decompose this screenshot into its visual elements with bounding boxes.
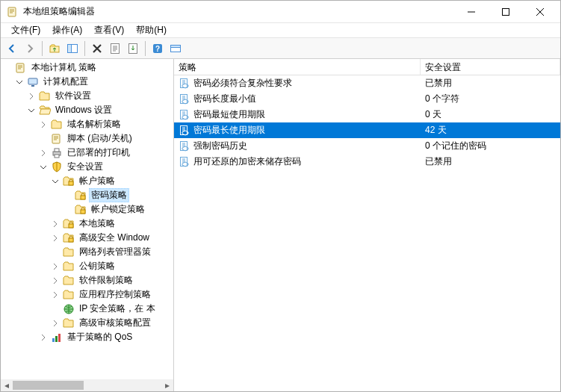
svg-rect-4 bbox=[68, 44, 72, 52]
tree-item-computer-config[interactable]: 计算机配置 bbox=[1, 75, 173, 89]
list-row[interactable]: 密码最长使用期限42 天 bbox=[174, 122, 560, 138]
show-hide-tree-button[interactable] bbox=[64, 40, 81, 57]
app-icon bbox=[7, 6, 19, 18]
toolbar-separator bbox=[145, 41, 146, 56]
tree-item-audit[interactable]: 高级审核策略配置 bbox=[1, 316, 173, 330]
tree-item-password-policy[interactable]: 密码策略 bbox=[1, 188, 173, 202]
svg-rect-16 bbox=[55, 149, 59, 152]
tree-item-scripts[interactable]: 脚本 (启动/关机) bbox=[1, 131, 173, 146]
expand-toggle[interactable] bbox=[40, 164, 50, 171]
svg-rect-19 bbox=[81, 196, 85, 199]
toggle-pane-button[interactable] bbox=[167, 40, 184, 57]
back-button[interactable] bbox=[4, 40, 20, 57]
list-row[interactable]: 强制密码历史0 个记住的密码 bbox=[174, 138, 560, 154]
maximize-button[interactable] bbox=[489, 1, 523, 22]
expand-toggle[interactable] bbox=[52, 220, 62, 228]
policy-setting: 0 天 bbox=[421, 108, 560, 121]
policy-setting: 0 个字符 bbox=[421, 93, 560, 105]
list-pane: 策略 安全设置 密码必须符合复杂性要求已禁用密码长度最小值0 个字符密码最短使用… bbox=[174, 59, 560, 391]
expand-toggle[interactable] bbox=[52, 291, 62, 299]
window-controls bbox=[454, 1, 557, 22]
tree-item-icon bbox=[27, 76, 39, 88]
menu-action[interactable]: 操作(A) bbox=[46, 22, 88, 38]
tree-item-account-policies[interactable]: 帐户策略 bbox=[1, 174, 173, 188]
tree-item-icon bbox=[51, 332, 63, 343]
tree-item-label: 公钥策略 bbox=[77, 259, 117, 273]
scroll-right-button[interactable]: ▸ bbox=[161, 379, 173, 391]
list-row[interactable]: 密码最短使用期限0 天 bbox=[174, 107, 560, 122]
tree-item-srp[interactable]: 软件限制策略 bbox=[1, 273, 173, 287]
expand-toggle[interactable] bbox=[52, 234, 62, 242]
toolbar: ? bbox=[1, 38, 560, 59]
policy-name: 用可还原的加密来储存密码 bbox=[193, 155, 421, 168]
column-header-setting[interactable]: 安全设置 bbox=[421, 59, 560, 75]
column-header-policy[interactable]: 策略 bbox=[174, 59, 421, 75]
policy-item-icon bbox=[179, 156, 190, 168]
svg-rect-21 bbox=[69, 224, 73, 228]
tree-item-security-settings[interactable]: 安全设置 bbox=[1, 160, 173, 174]
list-row[interactable]: 密码长度最小值0 个字符 bbox=[174, 91, 560, 107]
export-button[interactable] bbox=[125, 40, 141, 57]
expand-toggle[interactable] bbox=[52, 277, 62, 284]
tree-item-lockout-policy[interactable]: 帐户锁定策略 bbox=[1, 202, 173, 217]
tree-item-pk-policies[interactable]: 公钥策略 bbox=[1, 259, 173, 273]
expand-toggle[interactable] bbox=[16, 78, 26, 86]
expand-toggle[interactable] bbox=[40, 149, 50, 157]
svg-rect-22 bbox=[69, 238, 73, 242]
tree-item-windows-settings[interactable]: Windows 设置 bbox=[1, 103, 173, 117]
svg-rect-20 bbox=[81, 210, 85, 214]
menu-bar: 文件(F) 操作(A) 查看(V) 帮助(H) bbox=[1, 23, 560, 38]
expand-toggle[interactable] bbox=[52, 263, 62, 270]
policy-name: 密码最长使用期限 bbox=[193, 124, 421, 137]
tree-item-qos[interactable]: 基于策略的 QoS bbox=[1, 330, 173, 344]
expand-toggle[interactable] bbox=[28, 93, 38, 100]
tree-item-icon bbox=[51, 119, 63, 131]
tree-item-dns-policy[interactable]: 域名解析策略 bbox=[1, 117, 173, 131]
tree-item-acp[interactable]: 应用程序控制策略 bbox=[1, 287, 173, 302]
tree-item-label: 本地策略 bbox=[77, 217, 117, 231]
scroll-track[interactable] bbox=[13, 379, 161, 391]
tree-item-label: 帐户锁定策略 bbox=[89, 202, 147, 217]
tree-item-wf-advanced[interactable]: 高级安全 Window bbox=[1, 231, 173, 245]
policy-name: 密码长度最小值 bbox=[193, 93, 421, 105]
svg-rect-11 bbox=[16, 63, 24, 72]
help-button[interactable]: ? bbox=[149, 40, 166, 57]
forward-button[interactable] bbox=[22, 40, 38, 57]
tree-horizontal-scrollbar[interactable]: ◂ ▸ bbox=[1, 379, 173, 391]
tree-item-label: 本地计算机 策略 bbox=[29, 60, 99, 75]
main-area: 本地计算机 策略计算机配置软件设置Windows 设置域名解析策略脚本 (启动/… bbox=[1, 59, 560, 391]
expand-toggle[interactable] bbox=[52, 320, 62, 327]
up-button[interactable] bbox=[46, 40, 63, 57]
delete-button[interactable] bbox=[89, 40, 105, 57]
tree-item-icon bbox=[15, 62, 27, 74]
menu-file[interactable]: 文件(F) bbox=[5, 22, 46, 38]
expand-toggle[interactable] bbox=[28, 107, 38, 114]
scroll-thumb[interactable] bbox=[13, 381, 84, 390]
expand-toggle[interactable] bbox=[52, 178, 62, 185]
tree-item-local-policies[interactable]: 本地策略 bbox=[1, 217, 173, 231]
list-body[interactable]: 密码必须符合复杂性要求已禁用密码长度最小值0 个字符密码最短使用期限0 天密码最… bbox=[174, 75, 560, 391]
tree-item-deployed-printers[interactable]: 已部署的打印机 bbox=[1, 146, 173, 160]
svg-rect-26 bbox=[58, 334, 61, 342]
tree-item-label: 软件设置 bbox=[53, 89, 93, 103]
menu-help[interactable]: 帮助(H) bbox=[130, 22, 173, 38]
tree-item-icon bbox=[39, 90, 51, 102]
list-row[interactable]: 用可还原的加密来储存密码已禁用 bbox=[174, 154, 560, 169]
tree-root[interactable]: 本地计算机 策略 bbox=[1, 60, 173, 75]
expand-toggle[interactable] bbox=[40, 334, 50, 341]
tree-item-ipsec[interactable]: IP 安全策略，在 本 bbox=[1, 302, 173, 316]
svg-rect-24 bbox=[52, 338, 55, 342]
svg-rect-13 bbox=[31, 85, 34, 87]
list-row[interactable]: 密码必须符合复杂性要求已禁用 bbox=[174, 75, 560, 91]
svg-rect-12 bbox=[28, 78, 37, 84]
minimize-button[interactable] bbox=[454, 1, 489, 22]
menu-view[interactable]: 查看(V) bbox=[88, 22, 130, 38]
expand-toggle[interactable] bbox=[40, 121, 50, 128]
tree-item-label: 帐户策略 bbox=[77, 174, 117, 188]
tree-item-software-settings[interactable]: 软件设置 bbox=[1, 89, 173, 103]
tree-scroll[interactable]: 本地计算机 策略计算机配置软件设置Windows 设置域名解析策略脚本 (启动/… bbox=[1, 59, 173, 379]
scroll-left-button[interactable]: ◂ bbox=[1, 379, 13, 391]
properties-button[interactable] bbox=[107, 40, 123, 57]
close-button[interactable] bbox=[523, 1, 557, 22]
tree-item-nlm-policies[interactable]: 网络列表管理器策 bbox=[1, 245, 173, 259]
